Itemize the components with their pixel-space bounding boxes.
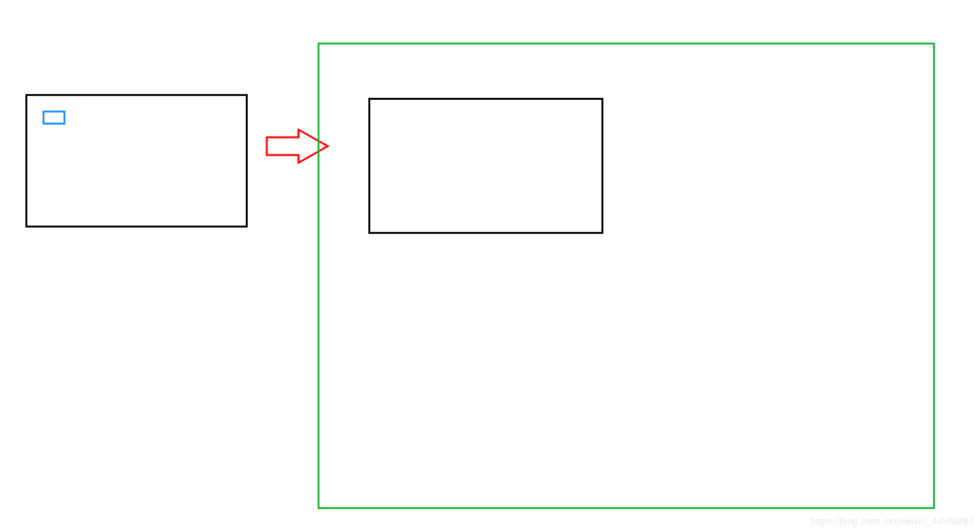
big-highlight-box — [368, 98, 603, 234]
small-highlight-box — [43, 111, 65, 125]
watermark-text: https://blog.csdn.net/weixin_44520287 — [810, 516, 974, 526]
